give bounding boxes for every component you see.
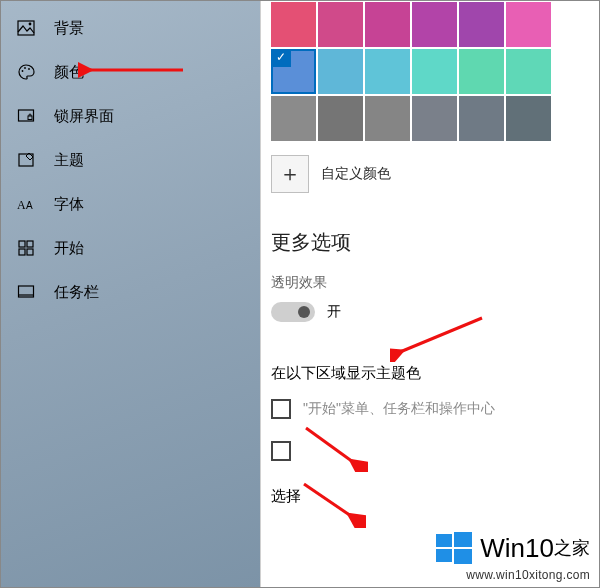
sidebar-item-label: 锁屏界面 [54, 107, 114, 126]
svg-point-2 [22, 70, 24, 72]
svg-rect-13 [27, 249, 33, 255]
color-swatch[interactable] [412, 49, 457, 94]
svg-rect-6 [28, 116, 32, 120]
sidebar-item-themes[interactable]: 主题 [0, 138, 260, 182]
svg-rect-11 [27, 241, 33, 247]
color-swatch[interactable] [506, 96, 551, 141]
transparency-label: 透明效果 [271, 274, 600, 292]
svg-rect-20 [436, 534, 452, 547]
color-swatch[interactable] [271, 2, 316, 47]
color-swatch[interactable] [318, 2, 363, 47]
color-swatch[interactable] [459, 49, 504, 94]
sidebar-item-colors[interactable]: 颜色 [0, 50, 260, 94]
settings-sidebar: 背景 颜色 锁屏界面 主题 AA 字体 [0, 0, 260, 588]
show-accent-title: 在以下区域显示主题色 [271, 364, 600, 383]
fonts-icon: AA [16, 194, 36, 214]
svg-rect-22 [436, 549, 452, 562]
watermark-url: www.win10xitong.com [466, 568, 590, 582]
select-label: 选择 [271, 487, 600, 506]
custom-color-label: 自定义颜色 [321, 165, 391, 183]
sidebar-item-label: 颜色 [54, 63, 84, 82]
accent-start-taskbar-checkbox[interactable] [271, 399, 291, 419]
custom-color-button[interactable]: ＋ [271, 155, 309, 193]
color-swatch[interactable] [271, 49, 316, 94]
color-swatch[interactable] [318, 49, 363, 94]
lockscreen-icon [16, 106, 36, 126]
sidebar-item-label: 背景 [54, 19, 84, 38]
watermark: Win10 之家 www.win10xitong.com [434, 528, 590, 568]
watermark-brand: Win10 [480, 533, 554, 564]
transparency-toggle[interactable] [271, 302, 315, 322]
svg-rect-23 [454, 549, 472, 564]
svg-point-4 [28, 68, 30, 70]
svg-point-1 [29, 23, 32, 26]
color-swatch[interactable] [271, 96, 316, 141]
color-swatch[interactable] [506, 2, 551, 47]
sidebar-item-start[interactable]: 开始 [0, 226, 260, 270]
sidebar-item-label: 任务栏 [54, 283, 99, 302]
transparency-state: 开 [327, 303, 341, 321]
plus-icon: ＋ [279, 159, 301, 189]
accent-color-grid [271, 0, 600, 141]
color-swatch[interactable] [412, 2, 457, 47]
svg-rect-10 [19, 241, 25, 247]
windows-logo-icon [434, 528, 474, 568]
palette-icon [16, 62, 36, 82]
accent-second-checkbox[interactable] [271, 441, 291, 461]
color-swatch[interactable] [365, 49, 410, 94]
color-swatch[interactable] [365, 2, 410, 47]
sidebar-item-background[interactable]: 背景 [0, 6, 260, 50]
svg-rect-12 [19, 249, 25, 255]
sidebar-item-fonts[interactable]: AA 字体 [0, 182, 260, 226]
svg-text:A: A [17, 198, 26, 212]
taskbar-icon [16, 282, 36, 302]
sidebar-item-lockscreen[interactable]: 锁屏界面 [0, 94, 260, 138]
svg-rect-21 [454, 532, 472, 547]
color-swatch[interactable] [318, 96, 363, 141]
color-swatch[interactable] [459, 96, 504, 141]
picture-icon [16, 18, 36, 38]
watermark-suffix: 之家 [554, 536, 590, 560]
accent-start-taskbar-label: "开始"菜单、任务栏和操作中心 [303, 400, 495, 418]
sidebar-item-label: 主题 [54, 151, 84, 170]
main-panel: ＋ 自定义颜色 更多选项 透明效果 开 在以下区域显示主题色 "开始"菜单、任务… [260, 0, 600, 588]
svg-text:A: A [26, 200, 33, 211]
color-swatch[interactable] [459, 2, 504, 47]
sidebar-item-label: 开始 [54, 239, 84, 258]
color-swatch[interactable] [506, 49, 551, 94]
sidebar-item-label: 字体 [54, 195, 84, 214]
toggle-knob-icon [298, 306, 310, 318]
color-swatch[interactable] [412, 96, 457, 141]
svg-rect-0 [18, 21, 34, 35]
start-icon [16, 238, 36, 258]
themes-icon [16, 150, 36, 170]
sidebar-item-taskbar[interactable]: 任务栏 [0, 270, 260, 314]
more-options-title: 更多选项 [271, 229, 600, 256]
svg-point-3 [24, 67, 26, 69]
color-swatch[interactable] [365, 96, 410, 141]
